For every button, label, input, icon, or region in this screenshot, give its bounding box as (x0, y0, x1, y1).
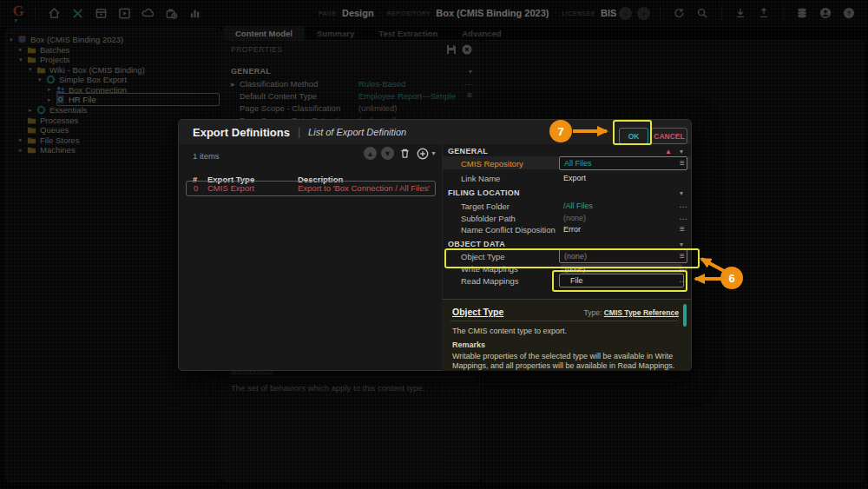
property-label-name-conflict[interactable]: Name Conflict Disposition (461, 225, 556, 235)
property-value[interactable]: (none) (563, 214, 586, 222)
remarks-label: Remarks (452, 340, 485, 349)
highlight-box-ok (613, 120, 652, 145)
property-label-link-name[interactable]: Link Name (461, 174, 500, 183)
item-count: 1 items (193, 151, 220, 161)
move-up-icon[interactable]: ▲ (364, 147, 377, 160)
property-value[interactable]: Export (563, 174, 586, 182)
chevron-down-icon[interactable]: ▾ (680, 241, 683, 248)
menu-icon[interactable]: ≡ (680, 158, 685, 168)
menu-icon[interactable]: ≡ (680, 224, 685, 234)
type-label: Type: (584, 308, 602, 317)
cancel-button[interactable]: CANCEL (651, 128, 687, 144)
section-general[interactable]: GENERAL (448, 147, 488, 155)
property-value[interactable]: /All Files (563, 202, 593, 210)
section-filing-location[interactable]: FILING LOCATION (448, 188, 520, 197)
step-7-badge: 7 (549, 120, 572, 142)
move-down-icon[interactable]: ▼ (381, 147, 394, 160)
description-body: The CMIS content type to export. (452, 327, 567, 335)
row-export-type[interactable]: CMIS Export (207, 183, 254, 193)
chevron-down-icon[interactable]: ▾ (680, 189, 683, 197)
property-label-cmis-repository[interactable]: CMIS Repository (461, 159, 523, 169)
property-description-panel: Object Type Type: CMIS Type Reference Th… (442, 299, 691, 371)
divider (450, 320, 678, 321)
property-label-read-mappings[interactable]: Read Mappings (461, 276, 519, 286)
warning-icon: ▲ (665, 148, 672, 155)
description-type: Type: CMIS Type Reference (584, 308, 679, 317)
export-definition-list: 1 items ▲ ▼ ▼ # Export Type Description … (179, 144, 443, 370)
step-6-badge: 6 (720, 267, 743, 289)
property-value[interactable]: Error (563, 225, 581, 234)
highlight-box-read-mappings (552, 270, 687, 292)
type-link[interactable]: CMIS Type Reference (604, 308, 679, 317)
scrollbar-thumb[interactable] (683, 304, 687, 327)
dropdown-caret-icon[interactable]: ▼ (431, 150, 437, 156)
description-title: Object Type (452, 307, 503, 317)
title-separator: | (298, 126, 300, 138)
row-num: 0 (194, 183, 198, 193)
export-definitions-dialog: Export Definitions | List of Export Defi… (178, 119, 692, 371)
dialog-title: Export Definitions (193, 126, 290, 139)
chevron-down-icon[interactable]: ▾ (680, 148, 683, 155)
property-label-target-folder[interactable]: Target Folder (461, 202, 510, 211)
dropdown-value: All Files (564, 159, 592, 168)
delete-icon[interactable] (399, 148, 411, 160)
add-icon[interactable] (417, 148, 429, 160)
ellipsis-button[interactable]: … (679, 212, 687, 221)
section-object-data[interactable]: OBJECT DATA (448, 240, 505, 248)
dialog-subtitle: List of Export Definition (308, 127, 406, 137)
ellipsis-button[interactable]: … (679, 200, 687, 209)
remarks-text: Writable properties of the selected type… (452, 352, 681, 371)
row-description[interactable]: Export to 'Box Connection / All Files' (298, 183, 430, 193)
cmis-repository-dropdown[interactable]: All Files (559, 156, 687, 170)
property-label-subfolder-path[interactable]: Subfolder Path (461, 214, 516, 223)
highlight-box-object-type (444, 248, 700, 268)
